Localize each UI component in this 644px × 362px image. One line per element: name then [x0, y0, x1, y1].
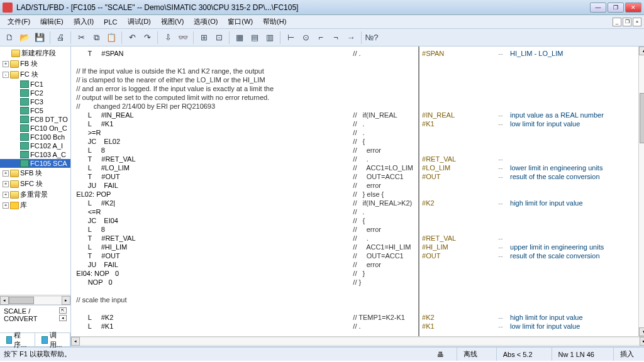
tree-label: FC100 Bch: [30, 133, 65, 141]
menu-窗口(W)[interactable]: 窗口(W): [223, 16, 258, 28]
close-button[interactable]: ✕: [625, 3, 641, 13]
symbol-reference-pane: #SPAN--HI_LIM - LO_LIM #IN_REAL--input v…: [418, 47, 638, 336]
menu-调试(D)[interactable]: 调试(D): [123, 16, 156, 28]
scroll-left-button[interactable]: ◂: [0, 296, 9, 305]
cut-button[interactable]: ✂: [74, 31, 88, 45]
print-button[interactable]: 🖨: [53, 31, 67, 45]
redo-button[interactable]: ↷: [140, 31, 154, 45]
vscroll-thumb[interactable]: [640, 93, 644, 143]
connector-button[interactable]: →: [344, 31, 358, 45]
open-button[interactable]: 📂: [18, 31, 31, 45]
toolbar: 🗋 📂 💾 🖨 ✂ ⧉ 📋 ↶ ↷ ⇩ 👓 ⊞ ⊡ ▦ ▤ ▥ ⊢ ⊙ ⌐ ¬ …: [0, 29, 644, 47]
tree-item[interactable]: FC100 Bch: [0, 133, 70, 141]
tree-toggle[interactable]: +: [3, 181, 9, 187]
help-button[interactable]: №?: [365, 31, 379, 45]
tree-toggle[interactable]: +: [3, 61, 9, 67]
copy-button[interactable]: ⧉: [89, 31, 103, 45]
tree-item[interactable]: FC5: [0, 106, 70, 115]
contact-button[interactable]: ⊢: [284, 31, 297, 45]
paste-button[interactable]: 📋: [104, 31, 118, 45]
scroll-right-button[interactable]: ▸: [640, 337, 644, 346]
tree-item[interactable]: +多重背景: [0, 189, 70, 200]
book-icon: [42, 336, 47, 344]
tree-hscrollbar[interactable]: ◂ ▸: [0, 295, 70, 305]
menu-编辑(E)[interactable]: 编辑(E): [35, 16, 69, 28]
tree-item[interactable]: +库: [0, 200, 70, 211]
tree-item[interactable]: FC103 A_C: [0, 150, 70, 159]
tree-toggle[interactable]: -: [3, 72, 9, 78]
branch-close-button[interactable]: ¬: [329, 31, 343, 45]
block-icon: [20, 98, 29, 106]
view-fbd-button[interactable]: ▥: [263, 31, 277, 45]
scroll-left-button[interactable]: ◂: [71, 337, 80, 346]
editor-vscrollbar[interactable]: ▴ ▾: [638, 47, 644, 336]
menu-视图(V)[interactable]: 视图(V): [156, 16, 189, 28]
tree-label: SFC 块: [20, 179, 43, 189]
tree-item[interactable]: FC8 DT_TO: [0, 115, 70, 124]
mdi-minimize-button[interactable]: _: [613, 18, 621, 26]
tree-label: FC2: [30, 89, 43, 97]
editor-hscrollbar[interactable]: ◂ ▸: [71, 336, 644, 346]
folder-icon: [10, 170, 19, 177]
tree-item[interactable]: FC2: [0, 89, 70, 97]
folder-icon: [11, 50, 20, 57]
menu-文件(F)[interactable]: 文件(F): [3, 16, 35, 28]
tab-call[interactable]: 调用...: [35, 333, 70, 346]
status-abs: Abs < 5.2: [496, 348, 539, 361]
save-button[interactable]: 💾: [33, 31, 47, 45]
menu-bar: 文件(F)编辑(E)插入(I)PLC调试(D)视图(V)选项(O)窗口(W)帮助…: [0, 15, 644, 29]
tree-toggle[interactable]: +: [3, 192, 9, 198]
tree-label: 多重背景: [20, 190, 48, 199]
tree-toggle[interactable]: +: [3, 202, 9, 209]
info-collapse-button[interactable]: ◂: [59, 315, 67, 321]
scroll-down-button[interactable]: ▾: [639, 327, 644, 336]
tree-item[interactable]: FC102 A_I: [0, 141, 70, 150]
block-icon: [20, 160, 29, 167]
mdi-restore-button[interactable]: ❐: [623, 18, 631, 26]
tree-item[interactable]: +SFB 块: [0, 168, 70, 178]
menu-插入(I)[interactable]: 插入(I): [69, 16, 99, 28]
maximize-button[interactable]: ❐: [608, 3, 624, 13]
tree-toggle[interactable]: +: [3, 170, 9, 177]
coil-button[interactable]: ⊙: [299, 31, 313, 45]
view-stl-button[interactable]: ▤: [248, 31, 262, 45]
tree-label: FC103 A_C: [30, 151, 66, 158]
block-icon: [20, 151, 29, 158]
tree-item[interactable]: FC10 On_C: [0, 124, 70, 133]
scroll-right-button[interactable]: ▸: [62, 296, 70, 305]
block-icon: [20, 133, 29, 141]
menu-选项(O)[interactable]: 选项(O): [189, 16, 223, 28]
sidebar-tabs: 程序... 调用...: [0, 332, 70, 346]
code-editor[interactable]: T #SPAN // . // If the input value is ou…: [71, 47, 418, 336]
tree-item[interactable]: +FB 块: [0, 58, 70, 69]
menu-PLC[interactable]: PLC: [99, 17, 122, 27]
block-icon: [20, 89, 29, 97]
network-button[interactable]: ⊞: [197, 31, 211, 45]
scroll-thumb[interactable]: [9, 297, 34, 304]
symbol-button[interactable]: ⊡: [212, 31, 226, 45]
tree-item[interactable]: FC105 SCA: [0, 159, 70, 168]
mdi-close-button[interactable]: ×: [633, 18, 641, 26]
block-tree[interactable]: 新建程序段+FB 块-FC 块FC1FC2FC3FC5FC8 DT_TOFC10…: [0, 47, 70, 295]
folder-icon: [10, 71, 19, 79]
tree-label: FC105 SCA: [30, 160, 67, 167]
tree-item[interactable]: -FC 块: [0, 69, 70, 80]
scroll-up-button[interactable]: ▴: [639, 47, 644, 55]
view-lad-button[interactable]: ▦: [233, 31, 247, 45]
folder-icon: [10, 60, 19, 68]
download-button[interactable]: ⇩: [161, 31, 175, 45]
tab-program[interactable]: 程序...: [0, 333, 35, 346]
tree-item[interactable]: +SFC 块: [0, 178, 70, 189]
branch-open-button[interactable]: ⌐: [314, 31, 328, 45]
info-expand-button[interactable]: ⇱: [59, 307, 67, 314]
tree-item[interactable]: FC3: [0, 97, 70, 106]
tree-item[interactable]: 新建程序段: [0, 48, 70, 58]
menu-帮助(H)[interactable]: 帮助(H): [258, 16, 291, 28]
app-icon: [3, 3, 13, 13]
undo-button[interactable]: ↶: [125, 31, 139, 45]
status-position: Nw 1 LN 46: [552, 348, 601, 361]
new-button[interactable]: 🗋: [3, 31, 16, 45]
minimize-button[interactable]: —: [590, 3, 606, 13]
tree-item[interactable]: FC1: [0, 80, 70, 89]
monitor-button[interactable]: 👓: [176, 31, 190, 45]
